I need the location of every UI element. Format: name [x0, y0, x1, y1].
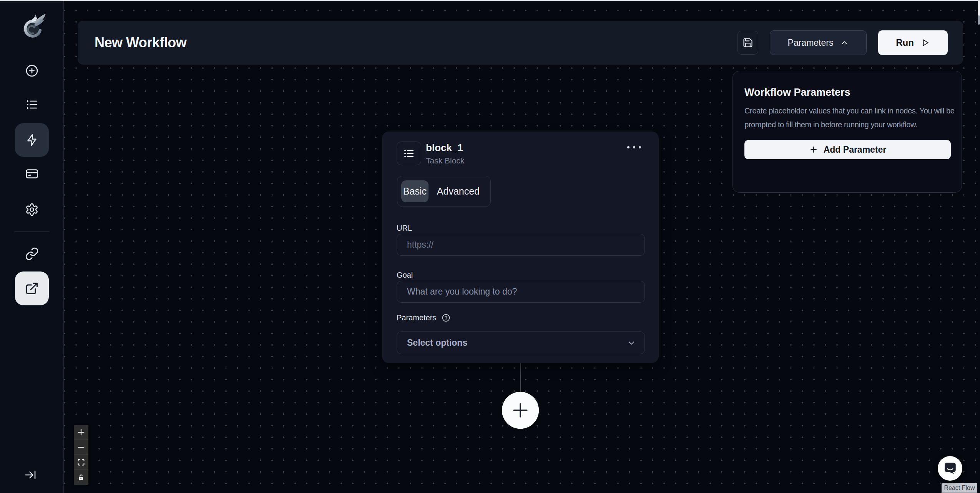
fit-view-button[interactable] — [74, 455, 88, 470]
zap-icon — [25, 133, 39, 147]
list-icon — [25, 98, 39, 112]
scrollbar-thumb[interactable] — [978, 15, 980, 25]
edge-block1-to-add — [520, 363, 521, 392]
chat-launcher-button[interactable] — [938, 456, 962, 481]
workflow-header: New Workflow Parameters Run — [78, 21, 963, 65]
list-icon — [403, 147, 415, 160]
lock-button[interactable] — [74, 470, 88, 485]
node-mode-tabs: Basic Advanced — [397, 176, 491, 207]
plus-icon — [510, 400, 531, 421]
parameters-toggle-button[interactable]: Parameters — [770, 30, 867, 55]
gear-icon — [25, 203, 39, 217]
tab-advanced[interactable]: Advanced — [430, 186, 487, 197]
credit-card-icon — [25, 167, 39, 181]
tab-basic[interactable]: Basic — [401, 180, 429, 202]
sidebar-item-tasks[interactable] — [15, 88, 49, 122]
sidebar-item-settings[interactable] — [15, 193, 49, 227]
parameters-field-row: Parameters — [397, 313, 450, 322]
chat-bubble-icon — [943, 461, 957, 476]
plus-icon — [77, 428, 85, 436]
url-label: URL — [397, 224, 412, 233]
task-block-node[interactable]: block_1 Task Block Basic Advanced URL Go… — [382, 132, 659, 363]
save-button[interactable] — [737, 31, 758, 55]
add-parameter-button[interactable]: Add Parameter — [744, 140, 951, 159]
arrow-right-to-line-icon — [24, 468, 37, 481]
lock-open-icon — [77, 474, 85, 481]
workflow-parameters-panel: Workflow Parameters Create placeholder v… — [733, 71, 962, 193]
chevron-down-icon — [627, 338, 636, 348]
header-actions: Parameters Run — [737, 30, 948, 55]
goal-label: Goal — [397, 271, 413, 280]
zoom-out-button[interactable] — [74, 440, 88, 455]
react-flow-attribution-label: React Flow — [944, 485, 975, 491]
workflow-parameters-title: Workflow Parameters — [744, 87, 950, 98]
react-flow-attribution[interactable]: React Flow — [942, 483, 977, 493]
sidebar-item-workflows[interactable] — [15, 123, 49, 157]
maximize-icon — [77, 458, 85, 466]
node-title: block_1 — [426, 142, 463, 154]
top-hairline — [0, 0, 980, 1]
play-icon — [921, 38, 930, 47]
sidebar-item-share[interactable] — [15, 271, 49, 305]
link-icon — [25, 247, 39, 261]
sidebar-divider — [14, 231, 50, 232]
chevron-up-icon — [840, 38, 849, 47]
sidebar — [0, 0, 64, 493]
add-parameter-label: Add Parameter — [824, 145, 887, 155]
workflow-parameters-description: Create placeholder values that you can l… — [744, 104, 955, 132]
task-block-icon-box — [397, 142, 421, 165]
plus-circle-icon — [25, 64, 39, 78]
parameters-select[interactable]: Select options — [397, 331, 645, 354]
url-input[interactable] — [397, 234, 645, 256]
add-block-button[interactable] — [502, 392, 539, 429]
run-button[interactable]: Run — [878, 30, 948, 55]
plus-icon — [809, 145, 818, 154]
zoom-in-button[interactable] — [74, 425, 88, 440]
floppy-disk-icon — [742, 37, 753, 48]
node-menu-button[interactable] — [625, 144, 643, 151]
goal-input[interactable] — [397, 281, 645, 303]
external-link-icon — [25, 281, 39, 295]
sidebar-collapse-button[interactable] — [21, 466, 40, 484]
page-title: New Workflow — [95, 35, 186, 51]
sidebar-item-create[interactable] — [15, 54, 49, 88]
parameters-select-value: Select options — [407, 338, 467, 348]
ellipsis-icon — [627, 146, 641, 148]
canvas-controls — [74, 425, 88, 485]
sidebar-item-integrations[interactable] — [15, 237, 49, 271]
skyvern-dragon-logo[interactable] — [17, 12, 47, 42]
parameters-label: Parameters — [397, 313, 436, 322]
run-label: Run — [896, 37, 914, 48]
minus-icon — [77, 443, 85, 451]
parameters-toggle-label: Parameters — [788, 38, 834, 48]
help-circle-icon[interactable] — [442, 313, 450, 322]
node-subtitle: Task Block — [426, 156, 464, 165]
sidebar-item-billing[interactable] — [15, 157, 49, 191]
